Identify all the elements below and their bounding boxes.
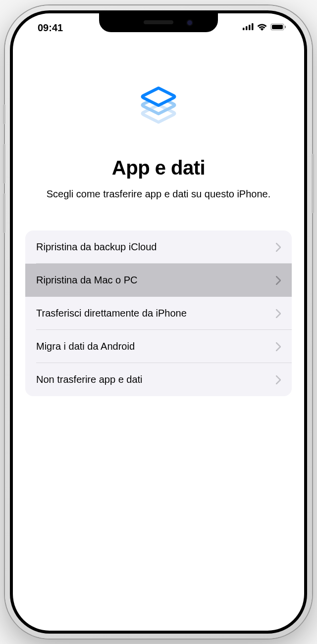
chevron-right-icon [276,375,281,384]
screen: 09:41 [13,13,304,631]
option-restore-icloud[interactable]: Ripristina da backup iCloud [25,230,292,264]
cellular-icon [243,23,254,32]
front-camera [186,19,193,26]
svg-rect-3 [252,23,254,30]
device-bezel: 09:41 [10,10,307,634]
speaker-grille [144,20,173,24]
wifi-icon [257,23,267,33]
notch [99,13,218,32]
status-icons [243,19,289,33]
svg-rect-2 [249,25,251,30]
option-label: Non trasferire app e dati [36,374,143,385]
option-dont-transfer[interactable]: Non trasferire app e dati [25,363,292,396]
power-button [312,154,314,213]
chevron-right-icon [276,342,281,351]
chevron-right-icon [276,276,281,285]
option-restore-mac-pc[interactable]: Ripristina da Mac o PC [25,264,292,297]
option-label: Ripristina da Mac o PC [36,275,138,286]
chevron-right-icon [276,243,281,252]
mute-switch [3,104,5,124]
option-migrate-android[interactable]: Migra i dati da Android [25,330,292,363]
apps-data-hero-icon [129,83,188,142]
svg-rect-0 [243,28,245,30]
svg-rect-6 [285,26,286,28]
option-transfer-iphone[interactable]: Trasferisci direttamente da iPhone [25,297,292,330]
status-time: 09:41 [28,18,63,34]
transfer-options-list: Ripristina da backup iCloud Ripristina d… [25,230,292,396]
svg-rect-1 [246,26,248,30]
volume-up-button [3,144,5,184]
iphone-device-frame: 09:41 [5,5,312,639]
option-label: Ripristina da backup iCloud [36,241,157,253]
svg-rect-5 [272,25,283,29]
battery-icon [270,23,286,33]
volume-down-button [3,193,5,233]
setup-content: App e dati Scegli come trasferire app e … [13,13,304,396]
page-title: App e dati [112,157,205,179]
option-label: Migra i dati da Android [36,341,135,352]
option-label: Trasferisci direttamente da iPhone [36,308,187,319]
page-subtitle: Scegli come trasferire app e dati su que… [27,187,290,201]
chevron-right-icon [276,309,281,318]
